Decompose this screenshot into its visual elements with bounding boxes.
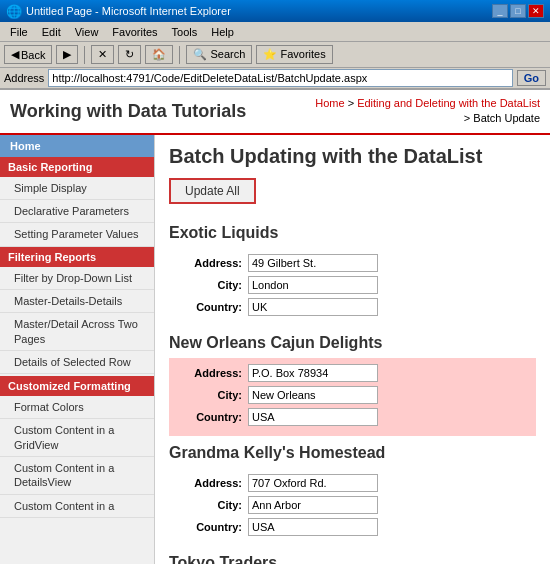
country-row-2: Country: [177, 518, 528, 536]
menu-edit[interactable]: Edit [36, 24, 67, 40]
city-label-2: City: [177, 499, 242, 511]
sidebar-item-custom-content-other[interactable]: Custom Content in a [0, 495, 154, 518]
site-title: Working with Data Tutorials [10, 101, 246, 122]
breadcrumb-sep2: > [464, 112, 473, 124]
favorites-button[interactable]: ⭐ Favorites [256, 45, 332, 64]
sidebar-home[interactable]: Home [0, 135, 154, 157]
sidebar-item-master-detail-two-pages[interactable]: Master/Detail Across Two Pages [0, 313, 154, 351]
menu-file[interactable]: File [4, 24, 34, 40]
country-label-1: Country: [177, 411, 242, 423]
main-content: Batch Updating with the DataList Update … [155, 135, 550, 564]
title-bar-left: 🌐 Untitled Page - Microsoft Internet Exp… [6, 4, 231, 19]
toolbar: ◀ Back ▶ ✕ ↻ 🏠 🔍 Search ⭐ Favorites [0, 42, 550, 68]
go-button[interactable]: Go [517, 70, 546, 86]
breadcrumb-sep1: > [348, 97, 357, 109]
address-label-0: Address: [177, 257, 242, 269]
update-all-button[interactable]: Update All [169, 178, 256, 204]
maximize-button[interactable]: □ [510, 4, 526, 18]
menu-view[interactable]: View [69, 24, 105, 40]
city-label-0: City: [177, 279, 242, 291]
record-block-1: Address: City: Country: [169, 358, 536, 436]
address-label-2: Address: [177, 477, 242, 489]
company-name-3: Tokyo Traders [169, 554, 536, 564]
country-input-1[interactable] [248, 408, 378, 426]
city-input-1[interactable] [248, 386, 378, 404]
address-label: Address [4, 72, 44, 84]
sidebar: Home Basic Reporting Simple Display Decl… [0, 135, 155, 564]
back-button[interactable]: ◀ Back [4, 45, 52, 64]
address-row-2: Address: [177, 474, 528, 492]
address-row-1: Address: [177, 364, 528, 382]
record-block-2: Address: City: Country: [169, 468, 536, 546]
sidebar-item-details-selected-row[interactable]: Details of Selected Row [0, 351, 154, 374]
sidebar-item-setting-parameter-values[interactable]: Setting Parameter Values [0, 223, 154, 246]
menu-bar: File Edit View Favorites Tools Help [0, 22, 550, 42]
toolbar-sep-1 [84, 46, 85, 64]
sidebar-item-format-colors[interactable]: Format Colors [0, 396, 154, 419]
address-input-1[interactable] [248, 364, 378, 382]
city-input-0[interactable] [248, 276, 378, 294]
country-input-0[interactable] [248, 298, 378, 316]
address-row-0: Address: [177, 254, 528, 272]
sidebar-item-simple-display[interactable]: Simple Display [0, 177, 154, 200]
menu-favorites[interactable]: Favorites [106, 24, 163, 40]
city-row-2: City: [177, 496, 528, 514]
address-input-2[interactable] [248, 474, 378, 492]
city-label-1: City: [177, 389, 242, 401]
forward-button[interactable]: ▶ [56, 45, 78, 64]
breadcrumb-home[interactable]: Home [315, 97, 344, 109]
country-row-0: Country: [177, 298, 528, 316]
country-row-1: Country: [177, 408, 528, 426]
company-name-2: Grandma Kelly's Homestead [169, 444, 536, 462]
page-wrapper: Working with Data Tutorials Home > Editi… [0, 90, 550, 564]
window-title: Untitled Page - Microsoft Internet Explo… [26, 5, 231, 17]
country-label-0: Country: [177, 301, 242, 313]
city-row-0: City: [177, 276, 528, 294]
country-input-2[interactable] [248, 518, 378, 536]
city-row-1: City: [177, 386, 528, 404]
toolbar-sep-2 [179, 46, 180, 64]
sidebar-item-filter-dropdown[interactable]: Filter by Drop-Down List [0, 267, 154, 290]
header-band: Working with Data Tutorials Home > Editi… [0, 90, 550, 135]
title-bar: 🌐 Untitled Page - Microsoft Internet Exp… [0, 0, 550, 22]
sidebar-section-customized-formatting: Customized Formatting [0, 376, 154, 396]
breadcrumb: Home > Editing and Deleting with the Dat… [315, 96, 540, 127]
breadcrumb-current: Batch Update [473, 112, 540, 124]
menu-tools[interactable]: Tools [166, 24, 204, 40]
country-label-2: Country: [177, 521, 242, 533]
title-bar-controls[interactable]: _ □ ✕ [492, 4, 544, 18]
company-name-0: Exotic Liquids [169, 224, 536, 242]
address-label-1: Address: [177, 367, 242, 379]
address-input[interactable] [48, 69, 512, 87]
home-button[interactable]: 🏠 [145, 45, 173, 64]
ie-logo: 🌐 [6, 4, 22, 19]
sidebar-section-basic-reporting: Basic Reporting [0, 157, 154, 177]
sidebar-item-custom-detailsview[interactable]: Custom Content in a DetailsView [0, 457, 154, 495]
close-button[interactable]: ✕ [528, 4, 544, 18]
stop-button[interactable]: ✕ [91, 45, 114, 64]
record-block-0: Address: City: Country: [169, 248, 536, 326]
refresh-button[interactable]: ↻ [118, 45, 141, 64]
breadcrumb-link[interactable]: Editing and Deleting with the DataList [357, 97, 540, 109]
sidebar-section-filtering-reports: Filtering Reports [0, 247, 154, 267]
sidebar-item-declarative-parameters[interactable]: Declarative Parameters [0, 200, 154, 223]
company-name-1: New Orleans Cajun Delights [169, 334, 536, 352]
address-input-0[interactable] [248, 254, 378, 272]
city-input-2[interactable] [248, 496, 378, 514]
minimize-button[interactable]: _ [492, 4, 508, 18]
search-button[interactable]: 🔍 Search [186, 45, 252, 64]
content-area: Home Basic Reporting Simple Display Decl… [0, 135, 550, 564]
sidebar-item-master-details[interactable]: Master-Details-Details [0, 290, 154, 313]
sidebar-item-custom-gridview[interactable]: Custom Content in a GridView [0, 419, 154, 457]
page-heading: Batch Updating with the DataList [169, 145, 536, 168]
menu-help[interactable]: Help [205, 24, 240, 40]
address-bar: Address Go [0, 68, 550, 90]
